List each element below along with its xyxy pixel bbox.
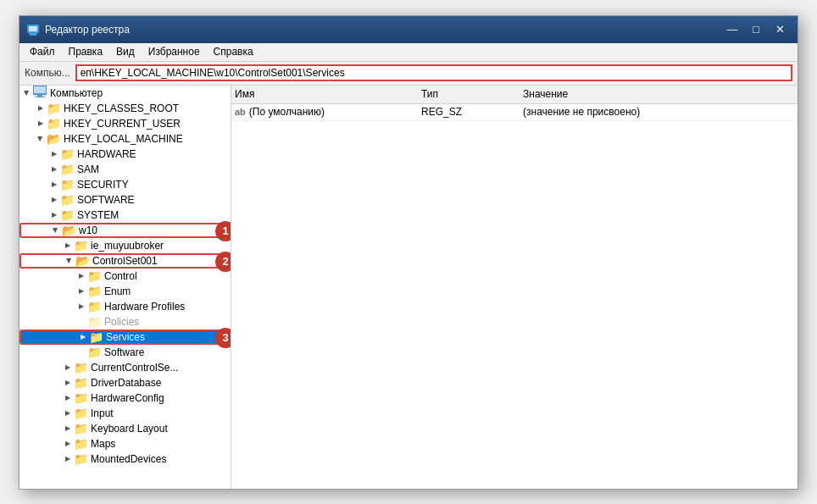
title-bar: Редактор реестра — □ ✕ bbox=[19, 16, 798, 43]
driverdb-arrow: ▶ bbox=[62, 377, 74, 389]
tree-item-w10[interactable]: ▶ 📂 w10 bbox=[19, 223, 231, 238]
control-label: Control bbox=[104, 270, 137, 282]
hwprofiles-folder-icon: 📁 bbox=[87, 300, 102, 313]
hklm-label: HKEY_LOCAL_MACHINE bbox=[64, 133, 183, 145]
close-button[interactable]: ✕ bbox=[769, 21, 791, 38]
system-label: SYSTEM bbox=[77, 209, 119, 221]
tree-item-input[interactable]: ▶ 📁 Input bbox=[19, 406, 231, 421]
hklm-folder-icon: 📂 bbox=[47, 132, 61, 146]
hwconfig-arrow: ▶ bbox=[62, 392, 74, 404]
tree-item-software[interactable]: ▶ 📁 SOFTWARE bbox=[19, 192, 231, 208]
mounteddevices-label: MountedDevices bbox=[91, 453, 166, 465]
hwprofiles-arrow: ▶ bbox=[75, 301, 87, 313]
hwprofiles-label: Hardware Profiles bbox=[104, 301, 185, 313]
detail-panel: Имя Тип Значение ab (По умолчанию) REG_S… bbox=[231, 86, 798, 489]
hkcu-folder-icon: 📁 bbox=[47, 117, 61, 130]
system-folder-icon: 📁 bbox=[60, 208, 75, 222]
tree-item-driverdb[interactable]: ▶ 📁 DriverDatabase bbox=[19, 375, 231, 390]
ccs-label: CurrentControlSe... bbox=[91, 362, 178, 374]
tree-item-control[interactable]: ▶ 📁 Control bbox=[19, 269, 231, 284]
driverdb-label: DriverDatabase bbox=[91, 377, 161, 389]
sam-label: SAM bbox=[77, 163, 99, 175]
address-bar: Компью... bbox=[19, 62, 798, 86]
tree-item-cs001[interactable]: ▶ 📂 ControlSet001 bbox=[19, 253, 231, 269]
system-arrow: ▶ bbox=[48, 209, 60, 221]
enum-arrow: ▶ bbox=[75, 285, 87, 297]
enum-folder-icon: 📁 bbox=[87, 285, 102, 298]
hwconfig-folder-icon: 📁 bbox=[74, 391, 88, 405]
maps-folder-icon: 📁 bbox=[74, 437, 88, 451]
cs001-label: ControlSet001 bbox=[92, 255, 158, 267]
tree-item-policies[interactable]: ▶ 📁 Policies bbox=[19, 314, 231, 330]
maps-label: Maps bbox=[91, 438, 115, 450]
security-folder-icon: 📁 bbox=[60, 178, 75, 191]
policies-folder-icon: 📁 bbox=[87, 315, 102, 329]
maximize-button[interactable]: □ bbox=[745, 21, 767, 38]
services-folder-icon: 📁 bbox=[89, 330, 103, 344]
hkcu-label: HKEY_CURRENT_USER bbox=[64, 118, 181, 130]
tree-item-kblayout[interactable]: ▶ 📁 Keyboard Layout bbox=[19, 421, 231, 436]
tree-item-hwprofiles[interactable]: ▶ 📁 Hardware Profiles bbox=[19, 299, 231, 314]
tree-item-sam[interactable]: ▶ 📁 SAM bbox=[19, 162, 231, 177]
menu-file[interactable]: Файл bbox=[23, 44, 62, 59]
detail-row[interactable]: ab (По умолчанию) REG_SZ (значение не пр… bbox=[231, 104, 798, 121]
tree-item-hklm[interactable]: ▶ 📂 HKEY_LOCAL_MACHINE bbox=[19, 131, 231, 147]
tree-item-enum[interactable]: ▶ 📁 Enum bbox=[19, 284, 231, 299]
tree-item-maps[interactable]: ▶ 📁 Maps bbox=[19, 436, 231, 451]
policies-label: Policies bbox=[104, 316, 139, 328]
hwconfig-label: HardwareConfig bbox=[91, 392, 164, 404]
software-label: SOFTWARE bbox=[77, 194, 135, 206]
kblayout-folder-icon: 📁 bbox=[74, 422, 88, 435]
tree-item-security[interactable]: ▶ 📁 SECURITY bbox=[19, 177, 231, 192]
tree-root[interactable]: ▶ Компьютер bbox=[19, 86, 231, 101]
mounteddevices-arrow: ▶ bbox=[62, 453, 74, 465]
input-label: Input bbox=[91, 407, 114, 419]
svg-rect-1 bbox=[29, 26, 37, 31]
detail-header: Имя Тип Значение bbox=[231, 86, 798, 104]
hklm-arrow: ▶ bbox=[35, 133, 47, 145]
hardware-arrow: ▶ bbox=[48, 148, 60, 160]
sam-folder-icon: 📁 bbox=[60, 163, 75, 176]
tree-item-mounteddevices[interactable]: ▶ 📁 MountedDevices bbox=[19, 451, 231, 467]
menu-edit[interactable]: Правка bbox=[62, 44, 110, 59]
svg-rect-5 bbox=[34, 86, 46, 93]
tree-item-services[interactable]: ▶ 📁 Services bbox=[19, 330, 231, 345]
enum-label: Enum bbox=[104, 285, 131, 297]
main-content: ▶ Компьютер ▶ 📁 HKEY_CLASSES_ROOT bbox=[19, 86, 798, 489]
security-arrow: ▶ bbox=[48, 179, 60, 191]
tree-item-hkcr[interactable]: ▶ 📁 HKEY_CLASSES_ROOT bbox=[19, 101, 231, 116]
tree-item-system[interactable]: ▶ 📁 SYSTEM bbox=[19, 208, 231, 223]
detail-cell-name: ab (По умолчанию) bbox=[235, 106, 421, 118]
detail-cell-value: (значение не присвоено) bbox=[523, 106, 794, 118]
col-value: Значение bbox=[523, 88, 794, 100]
tree-item-hardware[interactable]: ▶ 📁 HARDWARE bbox=[19, 147, 231, 162]
menu-favorites[interactable]: Избранное bbox=[142, 44, 207, 59]
tree-item-hwconfig[interactable]: ▶ 📁 HardwareConfig bbox=[19, 390, 231, 406]
software2-folder-icon: 📁 bbox=[87, 346, 102, 359]
tree-item-software2[interactable]: ▶ 📁 Software bbox=[19, 345, 231, 360]
tree-item-appbroker[interactable]: ▶ 📁 ie_muyuubroker bbox=[19, 238, 231, 253]
tree-item-ccs[interactable]: ▶ 📁 CurrentControlSe... bbox=[19, 360, 231, 375]
hkcu-arrow: ▶ bbox=[35, 118, 47, 130]
root-arrow: ▶ bbox=[21, 87, 33, 99]
software-folder-icon: 📁 bbox=[60, 193, 75, 207]
tree-panel[interactable]: ▶ Компьютер ▶ 📁 HKEY_CLASSES_ROOT bbox=[19, 86, 231, 489]
svg-rect-6 bbox=[37, 95, 42, 97]
input-arrow: ▶ bbox=[62, 407, 74, 419]
tree-item-hkcu[interactable]: ▶ 📁 HKEY_CURRENT_USER bbox=[19, 116, 231, 131]
input-folder-icon: 📁 bbox=[74, 407, 88, 420]
security-label: SECURITY bbox=[77, 179, 129, 191]
ccs-folder-icon: 📁 bbox=[74, 361, 88, 374]
reg-value-icon: ab bbox=[235, 107, 246, 117]
software-arrow: ▶ bbox=[48, 194, 60, 206]
registry-editor-window: Редактор реестра — □ ✕ Файл Правка Вид И… bbox=[19, 15, 798, 490]
minimize-button[interactable]: — bbox=[721, 21, 743, 38]
appbroker-label: ie_muyuubroker bbox=[91, 240, 164, 252]
address-input[interactable] bbox=[75, 64, 792, 81]
menu-help[interactable]: Справка bbox=[207, 44, 260, 59]
services-label: Services bbox=[106, 331, 145, 343]
svg-rect-7 bbox=[35, 97, 45, 97]
kblayout-arrow: ▶ bbox=[62, 423, 74, 435]
menu-view[interactable]: Вид bbox=[109, 44, 142, 59]
mounteddevices-folder-icon: 📁 bbox=[74, 452, 88, 466]
